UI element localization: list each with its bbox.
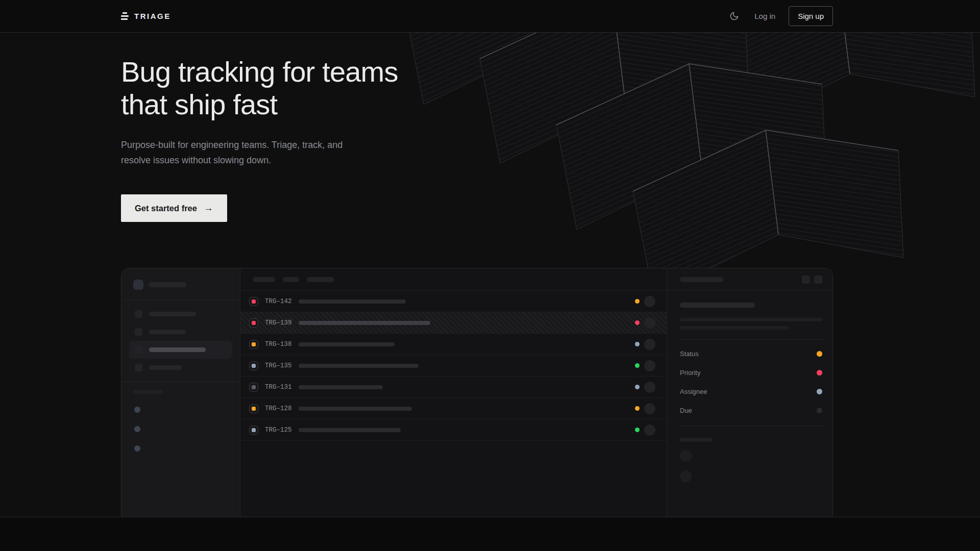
- next-section-band: [0, 517, 980, 551]
- property-label: Due: [680, 407, 692, 414]
- issue-type-icon: [249, 318, 258, 328]
- issue-title-placeholder: [299, 299, 406, 304]
- property-row-due[interactable]: Due: [680, 401, 822, 420]
- status-dot: [635, 320, 640, 325]
- activity-avatar-placeholder: [680, 470, 692, 482]
- sidebar-item-label-placeholder: [149, 365, 182, 370]
- issue-row[interactable]: TRG–131: [240, 377, 667, 398]
- property-row-status[interactable]: Status: [680, 344, 822, 363]
- sidebar-item-icon-placeholder: [135, 346, 142, 354]
- assignee-avatar: [644, 382, 655, 393]
- sidebar-item[interactable]: [129, 305, 232, 323]
- issue-row[interactable]: TRG–138: [240, 334, 667, 355]
- status-dot: [635, 406, 640, 411]
- cta-label: Get started free: [135, 204, 197, 213]
- product-mockup: TRG–142TRG–139TRG–138TRG–135TRG–131TRG–1…: [121, 268, 833, 517]
- issue-type-icon: [249, 340, 258, 349]
- moon-icon: [729, 11, 739, 21]
- issue-row[interactable]: TRG–128: [240, 398, 667, 419]
- issue-title-placeholder: [299, 364, 419, 368]
- issue-title-placeholder: [299, 342, 395, 346]
- detail-divider: [680, 425, 822, 426]
- detail-action-button[interactable]: [814, 276, 822, 284]
- top-nav: TRIAGE Log in Sign up: [0, 0, 980, 33]
- nav-actions: Log in Sign up: [727, 6, 833, 26]
- sidebar-footer-items: [121, 396, 240, 452]
- issue-id: TRG–128: [265, 405, 299, 412]
- detail-desc-line-2: [680, 326, 789, 330]
- issue-title-placeholder: [299, 321, 430, 325]
- detail-divider: [680, 339, 822, 340]
- issue-type-icon: [249, 404, 258, 413]
- app-sidebar: [121, 268, 240, 517]
- property-value-dot: [817, 370, 822, 375]
- issue-type-icon: [249, 361, 258, 370]
- status-dot: [635, 363, 640, 368]
- brand[interactable]: TRIAGE: [121, 12, 171, 20]
- issue-type-icon: [249, 297, 258, 306]
- theme-toggle-button[interactable]: [727, 9, 741, 23]
- sidebar-footer-dot: [134, 426, 140, 432]
- status-dot: [635, 299, 640, 304]
- assignee-avatar: [644, 317, 655, 329]
- issue-type-icon: [249, 383, 258, 392]
- activity-avatar-placeholder: [680, 450, 692, 462]
- hero-section: Bug tracking for teams that ship fast Pu…: [0, 33, 980, 268]
- property-row-priority[interactable]: Priority: [680, 363, 822, 382]
- issue-list-toolbar: [240, 268, 667, 291]
- detail-footer-label-placeholder: [680, 438, 713, 442]
- login-link[interactable]: Log in: [754, 12, 775, 20]
- assignee-avatar: [644, 339, 655, 350]
- title-line-2: that ship fast: [121, 88, 980, 121]
- toolbar-pill-placeholder[interactable]: [253, 277, 275, 282]
- issue-id: TRG–131: [265, 384, 299, 391]
- sidebar-item-active[interactable]: [129, 341, 232, 359]
- detail-header: [667, 268, 832, 291]
- sidebar-item-icon-placeholder: [135, 364, 142, 371]
- issue-row[interactable]: TRG–125: [240, 419, 667, 441]
- sidebar-item-label-placeholder: [149, 330, 186, 334]
- issue-rows: TRG–142TRG–139TRG–138TRG–135TRG–131TRG–1…: [240, 291, 667, 441]
- sidebar-footer-dot: [134, 407, 140, 413]
- toolbar-pill-placeholder[interactable]: [307, 277, 334, 282]
- issue-title-placeholder: [299, 385, 383, 389]
- property-value-dot: [817, 408, 822, 413]
- property-label: Status: [680, 350, 699, 358]
- detail-desc-line-1: [680, 318, 823, 321]
- issue-id: TRG–125: [265, 427, 299, 434]
- sidebar-nav: [121, 300, 240, 382]
- sidebar-item[interactable]: [129, 323, 232, 341]
- detail-action-button[interactable]: [802, 276, 810, 284]
- signup-button[interactable]: Sign up: [789, 6, 833, 26]
- assignee-avatar: [644, 360, 655, 371]
- sidebar-item-label-placeholder: [149, 312, 196, 316]
- issue-detail-panel: StatusPriorityAssigneeDue: [667, 268, 832, 517]
- hero-subtitle: Purpose-built for engineering teams. Tri…: [121, 137, 363, 168]
- issue-type-icon: [249, 425, 258, 435]
- sidebar-item-icon-placeholder: [135, 328, 142, 336]
- detail-title-placeholder: [680, 303, 755, 308]
- detail-properties: StatusPriorityAssigneeDue: [680, 344, 822, 420]
- issue-id: TRG–135: [265, 362, 299, 369]
- detail-header-bar: [680, 277, 724, 282]
- status-dot: [635, 342, 640, 346]
- property-label: Assignee: [680, 388, 707, 395]
- issue-list-panel: TRG–142TRG–139TRG–138TRG–135TRG–131TRG–1…: [240, 268, 667, 517]
- issue-id: TRG–142: [265, 298, 299, 305]
- toolbar-pill-placeholder[interactable]: [283, 277, 299, 282]
- issue-title-placeholder: [299, 428, 401, 432]
- issue-id: TRG–138: [265, 341, 299, 348]
- status-dot: [635, 385, 640, 389]
- property-row-assignee[interactable]: Assignee: [680, 382, 822, 401]
- get-started-button[interactable]: Get started free →: [121, 194, 227, 222]
- issue-row-selected[interactable]: TRG–139: [240, 312, 667, 334]
- property-label: Priority: [680, 369, 700, 377]
- sidebar-divider: [121, 382, 240, 382]
- workspace-switcher[interactable]: [121, 268, 240, 300]
- sidebar-item[interactable]: [129, 359, 232, 377]
- status-dot: [635, 428, 640, 432]
- workspace-name-placeholder: [149, 282, 186, 287]
- issue-row[interactable]: TRG–135: [240, 355, 667, 377]
- issue-row[interactable]: TRG–142: [240, 291, 667, 312]
- detail-header-buttons: [802, 276, 822, 284]
